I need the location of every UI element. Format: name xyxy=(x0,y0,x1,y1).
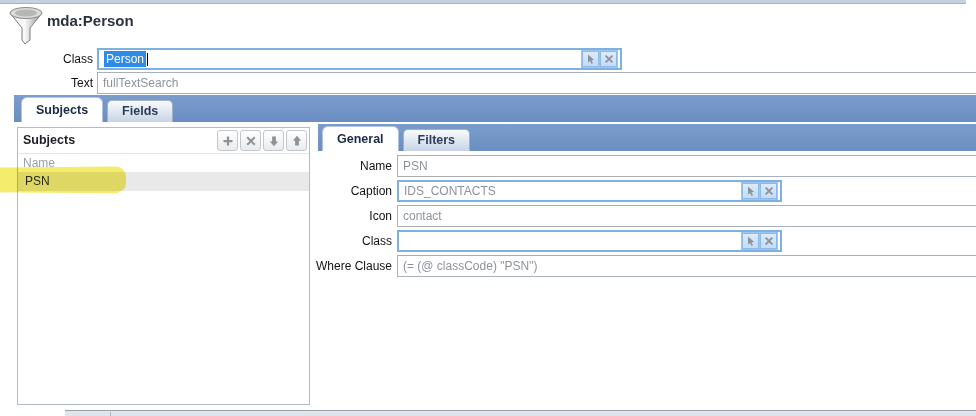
name-field-label: Name xyxy=(302,155,392,177)
class-field[interactable]: Person xyxy=(97,48,622,70)
class-detail-clear-button[interactable] xyxy=(760,233,777,249)
subject-row-psn[interactable]: PSN xyxy=(18,172,309,191)
class-field-label: Class xyxy=(20,48,93,70)
subjects-toolbar xyxy=(217,130,307,151)
tab-filters[interactable]: Filters xyxy=(403,129,471,151)
subjects-panel-header: Subjects xyxy=(18,128,309,154)
move-down-button[interactable] xyxy=(263,130,284,151)
text-field[interactable] xyxy=(97,72,976,94)
bottom-panel-divider xyxy=(110,412,111,416)
move-up-button[interactable] xyxy=(286,130,307,151)
add-subject-button[interactable] xyxy=(217,130,238,151)
main-tab-strip: Subjects Fields xyxy=(14,95,976,122)
class-detail-field[interactable] xyxy=(397,230,782,252)
subjects-panel: Subjects Name PSN xyxy=(17,127,310,405)
name-field[interactable] xyxy=(397,155,976,177)
text-caret xyxy=(147,53,148,66)
cursor-arrow-icon xyxy=(745,185,757,197)
subjects-panel-title: Subjects xyxy=(23,133,75,147)
clear-x-icon xyxy=(763,185,775,197)
clear-x-icon xyxy=(603,53,615,65)
caption-field-label: Caption xyxy=(302,180,392,202)
caption-field[interactable]: IDS_CONTACTS xyxy=(397,180,782,202)
tab-general[interactable]: General xyxy=(323,127,398,151)
cursor-arrow-icon xyxy=(585,53,597,65)
icon-field[interactable] xyxy=(397,205,976,227)
plus-icon xyxy=(222,135,234,147)
funnel-icon xyxy=(8,5,44,45)
tab-fields[interactable]: Fields xyxy=(107,100,173,122)
clear-x-icon xyxy=(763,235,775,247)
where-clause-field-label: Where Clause xyxy=(302,255,392,277)
arrow-down-icon xyxy=(268,135,280,147)
page-title: mda:Person xyxy=(47,12,134,29)
detail-tab-strip: General Filters xyxy=(318,124,976,151)
caption-select-reference-button[interactable] xyxy=(742,183,759,199)
class-detail-select-reference-button[interactable] xyxy=(742,233,759,249)
x-icon xyxy=(245,135,257,147)
class-field-selected-text: Person xyxy=(104,51,146,67)
icon-field-label: Icon xyxy=(302,205,392,227)
column-header-name[interactable]: Name xyxy=(18,155,309,172)
class-field-picker-group xyxy=(581,50,618,68)
top-edge-bar xyxy=(0,0,966,4)
caption-field-value: IDS_CONTACTS xyxy=(404,184,496,198)
cursor-arrow-icon xyxy=(745,235,757,247)
remove-subject-button[interactable] xyxy=(240,130,261,151)
select-reference-button[interactable] xyxy=(582,51,599,67)
text-field-label: Text xyxy=(20,72,93,94)
class-detail-picker-group xyxy=(741,232,778,250)
class-detail-field-label: Class xyxy=(302,230,392,252)
tab-subjects[interactable]: Subjects xyxy=(22,98,102,122)
arrow-up-icon xyxy=(291,135,303,147)
where-clause-field[interactable] xyxy=(397,255,976,277)
clear-value-button[interactable] xyxy=(600,51,617,67)
caption-picker-group xyxy=(741,182,778,200)
caption-clear-button[interactable] xyxy=(760,183,777,199)
bottom-panel-edge xyxy=(65,410,976,416)
